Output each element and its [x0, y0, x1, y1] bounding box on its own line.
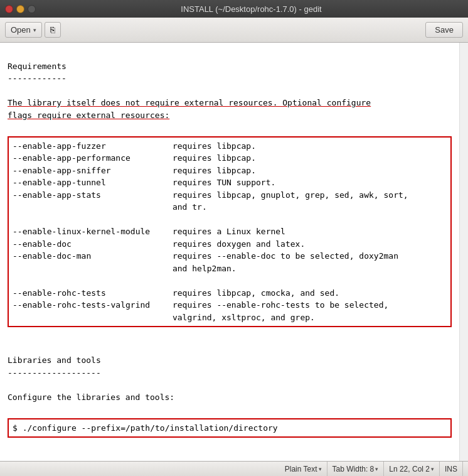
editor-container: Requirements ------------ The library it… — [0, 43, 468, 461]
recent-files-icon: ⎘ — [50, 25, 55, 35]
open-label: Open — [11, 25, 31, 35]
tab-width-item[interactable]: Tab Width: 8 ▾ — [327, 462, 385, 476]
recent-files-button[interactable]: ⎘ — [45, 22, 61, 38]
file-type-label: Plain Text — [285, 465, 317, 473]
chevron-down-icon: ▾ — [33, 27, 36, 33]
statusbar: Plain Text ▾ Tab Width: 8 ▾ Ln 22, Col 2… — [0, 461, 468, 476]
window-title: INSTALL (~/Desktop/rohc-1.7.0) - gedit — [40, 4, 463, 14]
cursor-position-label: Ln 22, Col 2 — [389, 465, 430, 473]
text-library-desc: The library itself does not require exte… — [8, 98, 371, 120]
file-type-item[interactable]: Plain Text ▾ — [280, 462, 327, 476]
editor-text[interactable]: Requirements ------------ The library it… — [0, 43, 459, 461]
configure-command-box: $ ./configure --prefix=/path/to/installa… — [8, 418, 452, 438]
maximize-button[interactable] — [28, 5, 36, 13]
close-button[interactable] — [5, 5, 13, 13]
tab-width-chevron: ▾ — [375, 466, 378, 472]
vertical-scrollbar[interactable] — [459, 43, 468, 461]
text-requirements: Requirements ------------ — [8, 62, 66, 84]
toolbar: Open ▾ ⎘ Save — [0, 18, 468, 43]
tab-width-label: Tab Width: 8 — [332, 465, 375, 473]
text-libraries-heading: Libraries and tools ------------------- … — [8, 355, 174, 402]
options-box: --enable-app-fuzzerrequires libpcap. --e… — [8, 136, 452, 328]
mode-item: INS — [440, 462, 463, 476]
open-button[interactable]: Open ▾ — [5, 22, 42, 38]
cursor-chevron: ▾ — [431, 466, 434, 472]
window-controls — [5, 5, 36, 13]
mode-label: INS — [445, 465, 457, 473]
cursor-position-item[interactable]: Ln 22, Col 2 ▾ — [384, 462, 440, 476]
save-button[interactable]: Save — [425, 22, 463, 38]
file-type-chevron: ▾ — [319, 466, 322, 472]
minimize-button[interactable] — [16, 5, 24, 13]
titlebar: INSTALL (~/Desktop/rohc-1.7.0) - gedit — [0, 0, 468, 18]
